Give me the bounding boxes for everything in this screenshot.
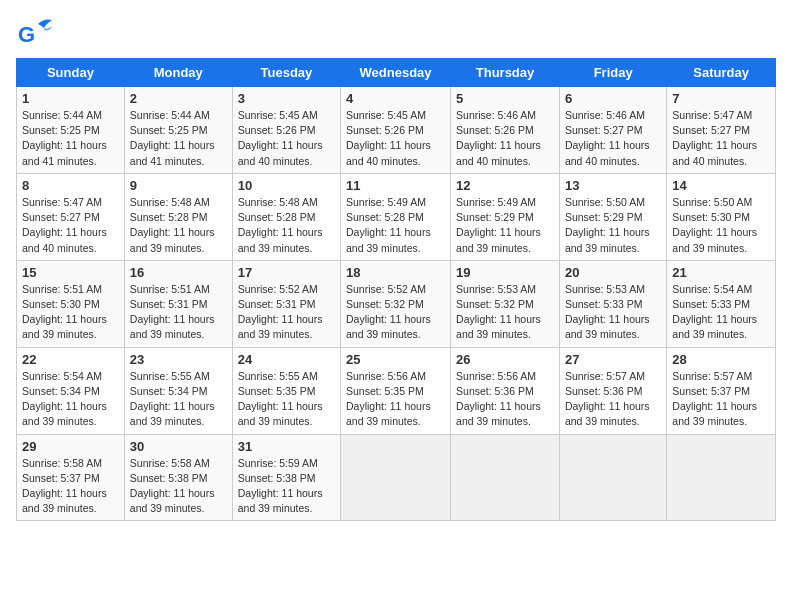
calendar-day: 31Sunrise: 5:59 AM Sunset: 5:38 PM Dayli… bbox=[232, 434, 340, 521]
day-info: Sunrise: 5:52 AM Sunset: 5:32 PM Dayligh… bbox=[346, 282, 445, 343]
day-info: Sunrise: 5:55 AM Sunset: 5:35 PM Dayligh… bbox=[238, 369, 335, 430]
day-number: 27 bbox=[565, 352, 661, 367]
day-info: Sunrise: 5:57 AM Sunset: 5:36 PM Dayligh… bbox=[565, 369, 661, 430]
day-header-wednesday: Wednesday bbox=[341, 59, 451, 87]
day-number: 3 bbox=[238, 91, 335, 106]
day-number: 23 bbox=[130, 352, 227, 367]
day-header-thursday: Thursday bbox=[451, 59, 560, 87]
calendar-day: 22Sunrise: 5:54 AM Sunset: 5:34 PM Dayli… bbox=[17, 347, 125, 434]
calendar-day: 6Sunrise: 5:46 AM Sunset: 5:27 PM Daylig… bbox=[559, 87, 666, 174]
day-number: 30 bbox=[130, 439, 227, 454]
day-info: Sunrise: 5:49 AM Sunset: 5:28 PM Dayligh… bbox=[346, 195, 445, 256]
day-info: Sunrise: 5:47 AM Sunset: 5:27 PM Dayligh… bbox=[672, 108, 770, 169]
day-header-saturday: Saturday bbox=[667, 59, 776, 87]
day-info: Sunrise: 5:56 AM Sunset: 5:36 PM Dayligh… bbox=[456, 369, 554, 430]
calendar-week-2: 8Sunrise: 5:47 AM Sunset: 5:27 PM Daylig… bbox=[17, 173, 776, 260]
day-info: Sunrise: 5:46 AM Sunset: 5:26 PM Dayligh… bbox=[456, 108, 554, 169]
calendar-day: 7Sunrise: 5:47 AM Sunset: 5:27 PM Daylig… bbox=[667, 87, 776, 174]
day-number: 21 bbox=[672, 265, 770, 280]
day-info: Sunrise: 5:59 AM Sunset: 5:38 PM Dayligh… bbox=[238, 456, 335, 517]
day-info: Sunrise: 5:55 AM Sunset: 5:34 PM Dayligh… bbox=[130, 369, 227, 430]
day-info: Sunrise: 5:53 AM Sunset: 5:32 PM Dayligh… bbox=[456, 282, 554, 343]
calendar-day: 30Sunrise: 5:58 AM Sunset: 5:38 PM Dayli… bbox=[124, 434, 232, 521]
day-info: Sunrise: 5:47 AM Sunset: 5:27 PM Dayligh… bbox=[22, 195, 119, 256]
svg-text:G: G bbox=[18, 22, 35, 47]
calendar-day bbox=[559, 434, 666, 521]
calendar-week-1: 1Sunrise: 5:44 AM Sunset: 5:25 PM Daylig… bbox=[17, 87, 776, 174]
day-info: Sunrise: 5:56 AM Sunset: 5:35 PM Dayligh… bbox=[346, 369, 445, 430]
calendar-day: 16Sunrise: 5:51 AM Sunset: 5:31 PM Dayli… bbox=[124, 260, 232, 347]
calendar-week-5: 29Sunrise: 5:58 AM Sunset: 5:37 PM Dayli… bbox=[17, 434, 776, 521]
day-info: Sunrise: 5:54 AM Sunset: 5:33 PM Dayligh… bbox=[672, 282, 770, 343]
day-info: Sunrise: 5:51 AM Sunset: 5:31 PM Dayligh… bbox=[130, 282, 227, 343]
day-number: 15 bbox=[22, 265, 119, 280]
day-number: 28 bbox=[672, 352, 770, 367]
day-number: 1 bbox=[22, 91, 119, 106]
day-number: 25 bbox=[346, 352, 445, 367]
day-info: Sunrise: 5:45 AM Sunset: 5:26 PM Dayligh… bbox=[238, 108, 335, 169]
calendar-table: SundayMondayTuesdayWednesdayThursdayFrid… bbox=[16, 58, 776, 521]
day-number: 31 bbox=[238, 439, 335, 454]
calendar-day: 10Sunrise: 5:48 AM Sunset: 5:28 PM Dayli… bbox=[232, 173, 340, 260]
day-number: 10 bbox=[238, 178, 335, 193]
day-number: 20 bbox=[565, 265, 661, 280]
day-info: Sunrise: 5:58 AM Sunset: 5:38 PM Dayligh… bbox=[130, 456, 227, 517]
calendar-day: 24Sunrise: 5:55 AM Sunset: 5:35 PM Dayli… bbox=[232, 347, 340, 434]
day-info: Sunrise: 5:44 AM Sunset: 5:25 PM Dayligh… bbox=[22, 108, 119, 169]
day-number: 4 bbox=[346, 91, 445, 106]
day-number: 2 bbox=[130, 91, 227, 106]
calendar-day: 17Sunrise: 5:52 AM Sunset: 5:31 PM Dayli… bbox=[232, 260, 340, 347]
calendar-day: 1Sunrise: 5:44 AM Sunset: 5:25 PM Daylig… bbox=[17, 87, 125, 174]
page-header: G bbox=[16, 16, 776, 54]
calendar-day: 13Sunrise: 5:50 AM Sunset: 5:29 PM Dayli… bbox=[559, 173, 666, 260]
calendar-day: 18Sunrise: 5:52 AM Sunset: 5:32 PM Dayli… bbox=[341, 260, 451, 347]
day-info: Sunrise: 5:44 AM Sunset: 5:25 PM Dayligh… bbox=[130, 108, 227, 169]
day-header-sunday: Sunday bbox=[17, 59, 125, 87]
calendar-day: 28Sunrise: 5:57 AM Sunset: 5:37 PM Dayli… bbox=[667, 347, 776, 434]
calendar-week-3: 15Sunrise: 5:51 AM Sunset: 5:30 PM Dayli… bbox=[17, 260, 776, 347]
calendar-day: 21Sunrise: 5:54 AM Sunset: 5:33 PM Dayli… bbox=[667, 260, 776, 347]
day-number: 18 bbox=[346, 265, 445, 280]
calendar-day: 14Sunrise: 5:50 AM Sunset: 5:30 PM Dayli… bbox=[667, 173, 776, 260]
day-number: 5 bbox=[456, 91, 554, 106]
day-header-friday: Friday bbox=[559, 59, 666, 87]
day-info: Sunrise: 5:46 AM Sunset: 5:27 PM Dayligh… bbox=[565, 108, 661, 169]
day-info: Sunrise: 5:48 AM Sunset: 5:28 PM Dayligh… bbox=[238, 195, 335, 256]
calendar-week-4: 22Sunrise: 5:54 AM Sunset: 5:34 PM Dayli… bbox=[17, 347, 776, 434]
calendar-day: 15Sunrise: 5:51 AM Sunset: 5:30 PM Dayli… bbox=[17, 260, 125, 347]
day-number: 13 bbox=[565, 178, 661, 193]
calendar-day: 23Sunrise: 5:55 AM Sunset: 5:34 PM Dayli… bbox=[124, 347, 232, 434]
logo: G bbox=[16, 16, 58, 54]
calendar-day: 5Sunrise: 5:46 AM Sunset: 5:26 PM Daylig… bbox=[451, 87, 560, 174]
calendar-day: 11Sunrise: 5:49 AM Sunset: 5:28 PM Dayli… bbox=[341, 173, 451, 260]
day-number: 22 bbox=[22, 352, 119, 367]
day-info: Sunrise: 5:45 AM Sunset: 5:26 PM Dayligh… bbox=[346, 108, 445, 169]
day-number: 6 bbox=[565, 91, 661, 106]
calendar-day: 9Sunrise: 5:48 AM Sunset: 5:28 PM Daylig… bbox=[124, 173, 232, 260]
calendar-day: 2Sunrise: 5:44 AM Sunset: 5:25 PM Daylig… bbox=[124, 87, 232, 174]
calendar-day: 8Sunrise: 5:47 AM Sunset: 5:27 PM Daylig… bbox=[17, 173, 125, 260]
day-number: 26 bbox=[456, 352, 554, 367]
day-info: Sunrise: 5:57 AM Sunset: 5:37 PM Dayligh… bbox=[672, 369, 770, 430]
day-info: Sunrise: 5:50 AM Sunset: 5:30 PM Dayligh… bbox=[672, 195, 770, 256]
day-number: 16 bbox=[130, 265, 227, 280]
day-info: Sunrise: 5:58 AM Sunset: 5:37 PM Dayligh… bbox=[22, 456, 119, 517]
calendar-day: 4Sunrise: 5:45 AM Sunset: 5:26 PM Daylig… bbox=[341, 87, 451, 174]
calendar-day bbox=[451, 434, 560, 521]
day-header-monday: Monday bbox=[124, 59, 232, 87]
calendar-day: 20Sunrise: 5:53 AM Sunset: 5:33 PM Dayli… bbox=[559, 260, 666, 347]
calendar-day: 3Sunrise: 5:45 AM Sunset: 5:26 PM Daylig… bbox=[232, 87, 340, 174]
day-header-tuesday: Tuesday bbox=[232, 59, 340, 87]
day-number: 19 bbox=[456, 265, 554, 280]
day-info: Sunrise: 5:52 AM Sunset: 5:31 PM Dayligh… bbox=[238, 282, 335, 343]
day-info: Sunrise: 5:53 AM Sunset: 5:33 PM Dayligh… bbox=[565, 282, 661, 343]
calendar-day: 29Sunrise: 5:58 AM Sunset: 5:37 PM Dayli… bbox=[17, 434, 125, 521]
day-info: Sunrise: 5:54 AM Sunset: 5:34 PM Dayligh… bbox=[22, 369, 119, 430]
day-number: 24 bbox=[238, 352, 335, 367]
day-number: 17 bbox=[238, 265, 335, 280]
calendar-day bbox=[667, 434, 776, 521]
day-info: Sunrise: 5:49 AM Sunset: 5:29 PM Dayligh… bbox=[456, 195, 554, 256]
calendar-day: 27Sunrise: 5:57 AM Sunset: 5:36 PM Dayli… bbox=[559, 347, 666, 434]
calendar-day: 19Sunrise: 5:53 AM Sunset: 5:32 PM Dayli… bbox=[451, 260, 560, 347]
calendar-day: 25Sunrise: 5:56 AM Sunset: 5:35 PM Dayli… bbox=[341, 347, 451, 434]
